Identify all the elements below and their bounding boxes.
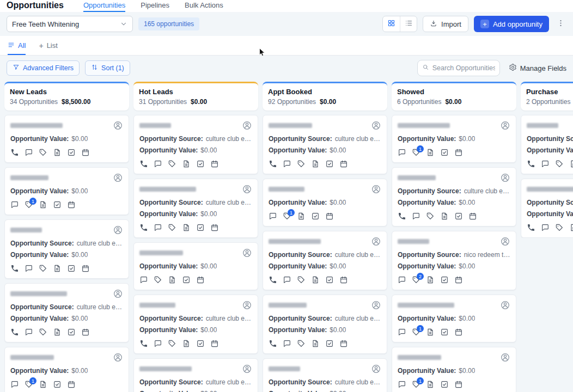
chat-icon[interactable] (541, 223, 550, 232)
chat-icon[interactable] (10, 380, 19, 389)
doc-icon[interactable] (168, 275, 176, 284)
assign-user-icon[interactable] (500, 300, 510, 310)
check-icon[interactable] (325, 160, 334, 168)
opportunity-card[interactable]: Opportunity Source: culture club emplo..… (392, 167, 516, 226)
tag-icon[interactable] (39, 264, 47, 273)
check-icon[interactable] (67, 264, 76, 273)
doc-icon[interactable] (569, 223, 573, 232)
check-icon[interactable] (440, 380, 449, 389)
calendar-icon[interactable] (468, 212, 477, 220)
opportunity-card[interactable]: Opportunity Source: Opportunity Value: (521, 115, 573, 174)
calendar-icon[interactable] (196, 275, 205, 284)
tag-icon[interactable] (426, 212, 435, 220)
opportunity-card[interactable]: Opportunity Value: $0.00 1 (392, 347, 516, 392)
opportunity-card[interactable]: Opportunity Source: culture club emplo..… (133, 115, 258, 174)
opportunity-card[interactable]: Opportunity Value: $0.00 1 (4, 347, 129, 392)
assign-user-icon[interactable] (242, 184, 252, 194)
chat-icon[interactable] (154, 160, 162, 168)
view-tab-add-list[interactable]: + List (39, 36, 57, 55)
chat-icon[interactable] (25, 148, 33, 157)
calendar-icon[interactable] (454, 380, 463, 389)
check-icon[interactable] (53, 200, 62, 209)
phone-icon[interactable] (10, 328, 19, 336)
assign-user-icon[interactable] (500, 352, 510, 363)
calendar-icon[interactable] (67, 380, 76, 389)
check-icon[interactable] (454, 212, 463, 220)
assign-user-icon[interactable] (242, 120, 252, 131)
assign-user-icon[interactable] (242, 248, 252, 258)
opportunity-card[interactable]: Opportunity Source: culture club emplo..… (133, 358, 258, 392)
tag-icon[interactable] (555, 160, 564, 168)
chat-icon[interactable] (25, 328, 33, 336)
tag-icon[interactable] (168, 160, 176, 168)
doc-icon[interactable] (426, 380, 435, 389)
calendar-icon[interactable] (81, 328, 90, 336)
assign-user-icon[interactable] (371, 184, 381, 194)
phone-icon[interactable] (139, 223, 148, 232)
assign-user-icon[interactable] (242, 300, 252, 310)
calendar-icon[interactable] (67, 200, 76, 209)
tag-icon[interactable] (168, 223, 176, 232)
opportunity-card[interactable]: Opportunity Source: culture club emplo..… (4, 283, 129, 342)
doc-icon[interactable] (182, 339, 191, 348)
opportunity-card[interactable]: Opportunity Value: $0.00 1 (4, 167, 129, 215)
chat-icon[interactable] (139, 275, 148, 284)
tag-icon[interactable]: 1 (412, 328, 420, 336)
opportunity-card[interactable]: Opportunity Source: culture club emplo..… (133, 295, 258, 354)
opportunity-card[interactable]: Opportunity Value: $0.00 (4, 115, 129, 163)
tab-opportunities[interactable]: Opportunities (83, 1, 125, 12)
calendar-icon[interactable] (81, 148, 90, 157)
stage-header[interactable]: Hot Leads 31 Opportunities $0.00 (133, 82, 258, 111)
tag-icon[interactable] (297, 160, 306, 168)
assign-user-icon[interactable] (500, 173, 510, 183)
tag-icon[interactable]: 1 (412, 380, 420, 389)
check-icon[interactable] (440, 328, 449, 336)
opportunity-card[interactable]: Opportunity Source: culture club emplo..… (4, 219, 129, 279)
assign-user-icon[interactable] (500, 120, 510, 131)
chat-icon[interactable] (412, 212, 420, 220)
advanced-filters-button[interactable]: Advanced Filters (7, 60, 80, 76)
doc-icon[interactable] (569, 160, 573, 168)
check-icon[interactable] (67, 328, 76, 336)
chat-icon[interactable] (398, 380, 406, 389)
tag-icon[interactable] (297, 339, 306, 348)
check-icon[interactable] (196, 339, 205, 348)
phone-icon[interactable] (269, 339, 277, 348)
manage-fields-button[interactable]: Manage Fields (509, 63, 566, 73)
check-icon[interactable] (53, 380, 62, 389)
calendar-icon[interactable] (454, 148, 463, 157)
tag-icon[interactable] (555, 223, 564, 232)
tag-icon[interactable] (39, 328, 47, 336)
check-icon[interactable] (440, 275, 449, 284)
tag-icon[interactable]: 1 (412, 148, 420, 157)
opportunity-card[interactable]: Opportunity Value: $0.00 1 (263, 179, 387, 226)
assign-user-icon[interactable] (113, 225, 123, 235)
import-button[interactable]: Import (423, 16, 468, 32)
doc-icon[interactable] (39, 380, 47, 389)
opportunity-card[interactable]: Opportunity Source: nico redeem test Opp… (392, 231, 516, 290)
assign-user-icon[interactable] (113, 289, 123, 299)
doc-icon[interactable] (182, 223, 191, 232)
calendar-icon[interactable] (339, 275, 348, 284)
calendar-icon[interactable] (454, 275, 463, 284)
chat-icon[interactable] (154, 339, 162, 348)
phone-icon[interactable] (527, 223, 535, 232)
phone-icon[interactable] (10, 264, 19, 273)
phone-icon[interactable] (398, 212, 406, 220)
stage-header[interactable]: Showed 6 Opportunities $0.00 (392, 82, 516, 111)
calendar-icon[interactable] (339, 160, 348, 168)
chat-icon[interactable] (25, 264, 33, 273)
calendar-icon[interactable] (339, 339, 348, 348)
opportunity-card[interactable]: Opportunity Source: culture club emplo..… (263, 358, 387, 392)
assign-user-icon[interactable] (500, 236, 510, 247)
assign-user-icon[interactable] (371, 236, 381, 247)
tab-bulk-actions[interactable]: Bulk Actions (185, 1, 223, 12)
doc-icon[interactable] (39, 200, 47, 209)
tag-icon[interactable]: 1 (283, 212, 291, 220)
doc-icon[interactable] (53, 328, 62, 336)
doc-icon[interactable] (311, 339, 320, 348)
doc-icon[interactable] (182, 160, 191, 168)
assign-user-icon[interactable] (371, 364, 381, 374)
doc-icon[interactable] (440, 212, 449, 220)
opportunity-card[interactable]: Opportunity Source: culture club emplo..… (263, 231, 387, 290)
